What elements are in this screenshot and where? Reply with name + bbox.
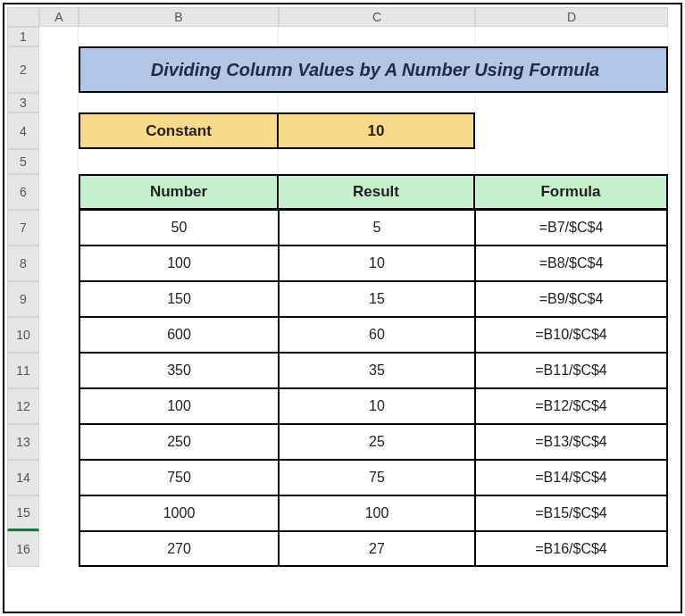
cell-b7[interactable]: 50 bbox=[79, 210, 279, 246]
cell-d7[interactable]: =B7/$C$4 bbox=[475, 210, 668, 246]
cell-c14[interactable]: 75 bbox=[279, 460, 475, 495]
row-header-1[interactable]: 1 bbox=[7, 27, 39, 46]
cell-c11[interactable]: 35 bbox=[279, 353, 475, 388]
row-header-8[interactable]: 8 bbox=[7, 246, 39, 281]
cell-c15[interactable]: 100 bbox=[279, 495, 475, 531]
cell-a6[interactable] bbox=[39, 174, 79, 210]
cell-d13[interactable]: =B13/$C$4 bbox=[475, 424, 668, 460]
row-header-5[interactable]: 5 bbox=[7, 149, 39, 174]
cell-d12[interactable]: =B12/$C$4 bbox=[475, 388, 668, 424]
cell-b8[interactable]: 100 bbox=[79, 246, 279, 281]
column-header-row: A B C D bbox=[7, 7, 668, 27]
cell-c10[interactable]: 60 bbox=[279, 317, 475, 353]
cell-b11[interactable]: 350 bbox=[79, 353, 279, 388]
cell-a13[interactable] bbox=[39, 424, 79, 460]
cell-a11[interactable] bbox=[39, 353, 79, 388]
cell-d9[interactable]: =B9/$C$4 bbox=[475, 281, 668, 317]
cell-a16[interactable] bbox=[39, 531, 79, 567]
cell-a1[interactable] bbox=[39, 27, 79, 46]
cell-b13[interactable]: 250 bbox=[79, 424, 279, 460]
row-header-9[interactable]: 9 bbox=[7, 281, 39, 317]
cell-a5[interactable] bbox=[39, 149, 79, 174]
cell-c5[interactable] bbox=[279, 149, 475, 174]
table-header-formula[interactable]: Formula bbox=[475, 174, 668, 210]
cell-b1[interactable] bbox=[79, 27, 279, 46]
title-cell[interactable]: Dividing Column Values by A Number Using… bbox=[79, 46, 668, 93]
row-header-15[interactable]: 15 bbox=[7, 495, 39, 531]
cell-a12[interactable] bbox=[39, 388, 79, 424]
cell-a10[interactable] bbox=[39, 317, 79, 353]
cell-d4[interactable] bbox=[475, 112, 668, 149]
table-header-result[interactable]: Result bbox=[279, 174, 475, 210]
cell-d10[interactable]: =B10/$C$4 bbox=[475, 317, 668, 353]
cell-c9[interactable]: 15 bbox=[279, 281, 475, 317]
cell-c1[interactable] bbox=[279, 27, 475, 46]
row-header-6[interactable]: 6 bbox=[7, 174, 39, 210]
cell-b3[interactable] bbox=[79, 93, 279, 112]
cell-c12[interactable]: 10 bbox=[279, 388, 475, 424]
row-header-11[interactable]: 11 bbox=[7, 353, 39, 388]
row-header-12[interactable]: 12 bbox=[7, 388, 39, 424]
cell-a4[interactable] bbox=[39, 112, 79, 149]
spreadsheet-grid: A B C D 1 2 Dividing Column Values by A … bbox=[7, 7, 668, 567]
cell-d16[interactable]: =B16/$C$4 bbox=[475, 531, 668, 567]
row-header-14[interactable]: 14 bbox=[7, 460, 39, 495]
cell-d14[interactable]: =B14/$C$4 bbox=[475, 460, 668, 495]
cell-b15[interactable]: 1000 bbox=[79, 495, 279, 531]
cell-b5[interactable] bbox=[79, 149, 279, 174]
row-header-3[interactable]: 3 bbox=[7, 93, 39, 112]
row-header-16[interactable]: 16 bbox=[7, 531, 39, 567]
constant-value-cell[interactable]: 10 bbox=[279, 112, 475, 149]
cell-d8[interactable]: =B8/$C$4 bbox=[475, 246, 668, 281]
cell-c16[interactable]: 27 bbox=[279, 531, 475, 567]
table-header-number[interactable]: Number bbox=[79, 174, 279, 210]
cell-b9[interactable]: 150 bbox=[79, 281, 279, 317]
cell-a14[interactable] bbox=[39, 460, 79, 495]
cell-a7[interactable] bbox=[39, 210, 79, 246]
select-all-corner[interactable] bbox=[7, 7, 39, 27]
cell-c8[interactable]: 10 bbox=[279, 246, 475, 281]
col-header-b[interactable]: B bbox=[79, 7, 279, 27]
cell-a2[interactable] bbox=[39, 46, 79, 93]
cell-d3[interactable] bbox=[475, 93, 668, 112]
cell-d11[interactable]: =B11/$C$4 bbox=[475, 353, 668, 388]
row-header-10[interactable]: 10 bbox=[7, 317, 39, 353]
row-header-4[interactable]: 4 bbox=[7, 112, 39, 149]
cell-a15[interactable] bbox=[39, 495, 79, 531]
cell-b12[interactable]: 100 bbox=[79, 388, 279, 424]
col-header-c[interactable]: C bbox=[279, 7, 475, 27]
constant-label-cell[interactable]: Constant bbox=[79, 112, 279, 149]
cell-d5[interactable] bbox=[475, 149, 668, 174]
cell-a8[interactable] bbox=[39, 246, 79, 281]
cell-b16[interactable]: 270 bbox=[79, 531, 279, 567]
cell-b10[interactable]: 600 bbox=[79, 317, 279, 353]
row-header-13[interactable]: 13 bbox=[7, 424, 39, 460]
cell-b14[interactable]: 750 bbox=[79, 460, 279, 495]
cell-d1[interactable] bbox=[475, 27, 668, 46]
col-header-a[interactable]: A bbox=[39, 7, 79, 27]
row-header-2[interactable]: 2 bbox=[7, 46, 39, 93]
cell-a9[interactable] bbox=[39, 281, 79, 317]
cell-c3[interactable] bbox=[279, 93, 475, 112]
cell-c7[interactable]: 5 bbox=[279, 210, 475, 246]
row-header-7[interactable]: 7 bbox=[7, 210, 39, 246]
cell-c13[interactable]: 25 bbox=[279, 424, 475, 460]
col-header-d[interactable]: D bbox=[475, 7, 668, 27]
cell-d15[interactable]: =B15/$C$4 bbox=[475, 495, 668, 531]
cell-a3[interactable] bbox=[39, 93, 79, 112]
